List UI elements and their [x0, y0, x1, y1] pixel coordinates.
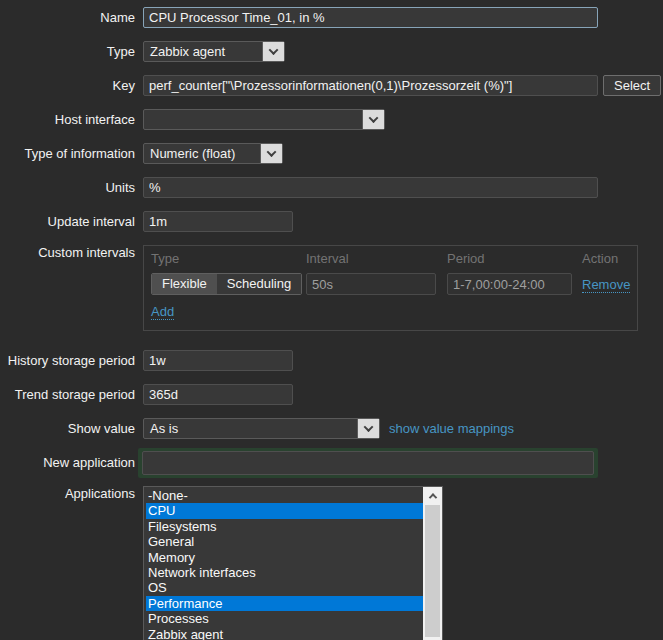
applications-label: Applications [0, 486, 135, 502]
row-custom-intervals: Custom intervals Type Interval Period Ac… [0, 245, 663, 331]
history-storage-label: History storage period [0, 350, 135, 371]
chevron-down-icon [267, 147, 277, 157]
update-interval-input[interactable] [143, 211, 293, 232]
application-option[interactable]: Processes [146, 611, 423, 626]
column-header-period: Period [447, 251, 582, 266]
units-label: Units [0, 177, 135, 198]
chevron-up-icon [428, 493, 436, 501]
application-option[interactable]: -None- [146, 488, 423, 503]
application-option[interactable]: Performance [146, 596, 423, 611]
application-option[interactable]: Network interfaces [146, 565, 423, 580]
custom-interval-period-input[interactable] [447, 273, 572, 295]
key-select-button[interactable]: Select [603, 75, 661, 96]
row-update-interval: Update interval [0, 211, 663, 232]
custom-intervals-fieldset: Type Interval Period Action Flexible Sch… [143, 245, 638, 331]
column-header-type: Type [151, 251, 306, 266]
custom-interval-input[interactable] [306, 273, 436, 295]
applications-listbox-options: -None-CPUFilesystemsGeneralMemoryNetwork… [144, 487, 423, 640]
row-applications: Applications -None-CPUFilesystemsGeneral… [0, 486, 663, 640]
chevron-down-icon [364, 422, 374, 432]
interval-type-toggle: Flexible Scheduling [151, 273, 302, 295]
custom-intervals-label: Custom intervals [0, 245, 135, 261]
applications-listbox[interactable]: -None-CPUFilesystemsGeneralMemoryNetwork… [143, 486, 443, 640]
history-storage-input[interactable] [143, 350, 293, 371]
item-configuration-form: Name Type Zabbix agent Key Select Host i… [0, 0, 663, 640]
custom-intervals-header: Type Interval Period Action [151, 251, 629, 266]
type-label: Type [0, 41, 135, 62]
name-label: Name [0, 7, 135, 28]
host-interface-select-arrow-button[interactable] [362, 110, 384, 129]
new-application-input[interactable] [142, 451, 594, 475]
new-application-highlight [138, 448, 598, 478]
add-interval-link[interactable]: Add [151, 304, 174, 320]
host-interface-select-value [144, 110, 362, 129]
application-option[interactable]: General [146, 534, 423, 549]
interval-type-flexible-button[interactable]: Flexible [152, 274, 217, 294]
trend-storage-label: Trend storage period [0, 384, 135, 405]
chevron-down-icon [269, 45, 279, 55]
show-value-label: Show value [0, 418, 135, 439]
show-value-select[interactable]: As is [143, 418, 380, 439]
scrollbar-up-button[interactable] [423, 487, 442, 504]
row-show-value: Show value As is show value mappings [0, 418, 663, 439]
interval-type-scheduling-button[interactable]: Scheduling [217, 274, 301, 294]
row-host-interface: Host interface [0, 109, 663, 130]
type-of-information-select-value: Numeric (float) [144, 144, 260, 163]
type-select[interactable]: Zabbix agent [143, 41, 285, 62]
application-option[interactable]: Filesystems [146, 519, 423, 534]
type-of-information-select[interactable]: Numeric (float) [143, 143, 283, 164]
row-trend-storage: Trend storage period [0, 384, 663, 405]
host-interface-label: Host interface [0, 109, 135, 130]
row-units: Units [0, 177, 663, 198]
row-new-application: New application [0, 448, 663, 478]
chevron-down-icon [369, 113, 379, 123]
update-interval-label: Update interval [0, 211, 135, 232]
custom-interval-row: Flexible Scheduling Remove [151, 273, 629, 295]
new-application-label: New application [0, 448, 135, 478]
row-history-storage: History storage period [0, 350, 663, 371]
key-input[interactable] [143, 75, 598, 96]
application-option[interactable]: Zabbix agent [146, 627, 423, 640]
column-header-action: Action [582, 251, 629, 266]
applications-scrollbar[interactable] [423, 487, 442, 640]
application-option[interactable]: Memory [146, 550, 423, 565]
row-name: Name [0, 7, 663, 28]
type-of-information-select-arrow-button[interactable] [260, 144, 282, 163]
units-input[interactable] [143, 177, 598, 198]
type-select-value: Zabbix agent [144, 42, 262, 61]
type-of-information-label: Type of information [0, 143, 135, 164]
application-option[interactable]: CPU [146, 503, 423, 518]
show-value-select-arrow-button[interactable] [357, 419, 379, 438]
row-type-of-information: Type of information Numeric (float) [0, 143, 663, 164]
show-value-mappings-link[interactable]: show value mappings [389, 418, 514, 439]
row-key: Key Select [0, 75, 663, 96]
type-select-arrow-button[interactable] [262, 42, 284, 61]
column-header-interval: Interval [306, 251, 447, 266]
application-option[interactable]: OS [146, 580, 423, 595]
row-type: Type Zabbix agent [0, 41, 663, 62]
scrollbar-thumb[interactable] [425, 505, 440, 637]
remove-interval-link[interactable]: Remove [582, 277, 630, 293]
name-input[interactable] [143, 7, 598, 28]
show-value-select-value: As is [144, 419, 357, 438]
host-interface-select[interactable] [143, 109, 385, 130]
trend-storage-input[interactable] [143, 384, 293, 405]
key-label: Key [0, 75, 135, 96]
